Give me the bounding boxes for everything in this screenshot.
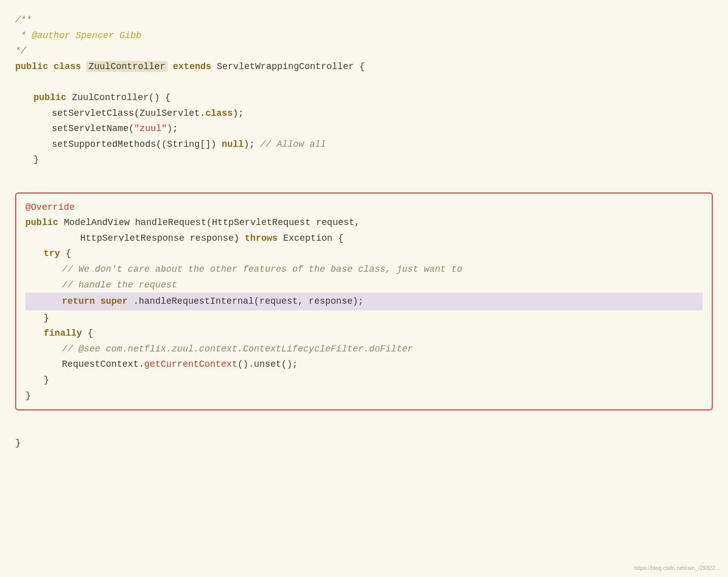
finally-close: } — [44, 372, 703, 388]
finally-statement: RequestContext.getCurrentContext().unset… — [62, 357, 703, 372]
comment-line-we-dont: // We don't care about the other feature… — [62, 262, 703, 277]
comment-line-1: /** — [15, 12, 713, 28]
set-servlet-class: setServletClass(ZuulServlet.class); — [52, 106, 713, 121]
class-close-brace: } — [15, 438, 21, 448]
comment-text: */ — [15, 46, 26, 56]
brace-close: } — [34, 154, 39, 165]
comment-features: // We don't care about the other feature… — [62, 264, 462, 274]
method-close-brace: } — [25, 391, 31, 401]
finally-brace: { — [82, 328, 93, 338]
code-editor: /** * @author Spencer Gibb */ public cla… — [15, 12, 713, 451]
keyword-finally: finally — [44, 328, 82, 338]
finally-comment-line: // @see com.netflix.zuul.context.Context… — [62, 341, 703, 357]
exception-text: Exception { — [278, 233, 344, 243]
set-supported-methods: setSupportedMethods((String[]) null); //… — [52, 137, 713, 152]
finally-close-brace: } — [44, 375, 49, 385]
return-line: return super .handleRequestInternal(requ… — [25, 293, 703, 310]
class-name-highlight: ZuulController — [86, 61, 167, 72]
method-close: } — [25, 388, 703, 404]
comment-text: /** — [15, 15, 31, 25]
comment-text: * @author Spencer Gibb — [15, 30, 141, 41]
method-param: HttpServletResponse response) — [80, 233, 245, 243]
override-method-box: @Override public ModelAndView handleRequ… — [15, 193, 713, 411]
keyword-super: super — [101, 296, 128, 306]
annotation-line: @Override — [25, 200, 703, 215]
keyword-throws: throws — [245, 233, 278, 243]
comment-handle: // handle the request — [62, 280, 177, 290]
keyword-public-2: public — [34, 92, 67, 103]
extends-class: ServletWrappingController { — [217, 61, 365, 72]
request-context: RequestContext. — [62, 359, 144, 369]
method-sig-line1: public ModelAndView handleRequest(HttpSe… — [25, 215, 703, 231]
set-servlet-name: setServletName("zuul"); — [52, 121, 713, 137]
method-sig-line2: HttpServletResponse response) throws Exc… — [80, 231, 703, 246]
constructor-close: } — [34, 152, 713, 168]
comment-allow-all: // Allow all — [260, 139, 326, 149]
method-call-2a: setServletName( — [52, 123, 134, 134]
keyword-try: try — [44, 248, 60, 259]
constructor-name: ZuulController() { — [72, 92, 171, 103]
method-call-1b: ); — [233, 108, 244, 118]
keyword-class-2: class — [205, 108, 233, 118]
return-method: .handleRequestInternal(request, response… — [133, 296, 363, 306]
method-call-1: setServletClass(ZuulServlet. — [52, 108, 205, 118]
url-footnote: https://blog.csdn.net/rain_/29322... — [634, 565, 720, 571]
comment-line-handle: // handle the request — [62, 277, 703, 293]
annotation-override: @Override — [25, 202, 75, 212]
comment-line-3: */ — [15, 43, 713, 59]
constructor-sig: public ZuulController() { — [34, 90, 713, 106]
unset-call: ().unset(); — [238, 359, 298, 369]
keyword-public: public — [15, 61, 48, 72]
try-brace: { — [60, 248, 71, 259]
try-open: try { — [44, 246, 703, 262]
string-zuul: "zuul" — [134, 123, 167, 134]
try-close-brace: } — [44, 313, 49, 323]
try-close: } — [44, 310, 703, 326]
method-call-3b: ); — [244, 139, 260, 149]
class-close-line: } — [15, 435, 713, 451]
method-call-2b: ); — [167, 123, 178, 134]
class-declaration: public class ZuulController extends Serv… — [15, 59, 713, 75]
keyword-extends: extends — [173, 61, 212, 72]
keyword-public-3: public — [25, 217, 58, 228]
method-call-3a: setSupportedMethods((String[]) — [52, 139, 222, 149]
finally-open: finally { — [44, 326, 703, 341]
keyword-null: null — [222, 139, 244, 149]
comment-see: // @see com.netflix.zuul.context.Context… — [62, 344, 413, 354]
method-get-current: getCurrentContext — [144, 359, 238, 369]
keyword-class: class — [54, 61, 81, 72]
method-sig-text: ModelAndView handleRequest(HttpServletRe… — [64, 217, 360, 228]
comment-line-2: * @author Spencer Gibb — [15, 28, 713, 44]
keyword-return: return — [62, 296, 95, 306]
